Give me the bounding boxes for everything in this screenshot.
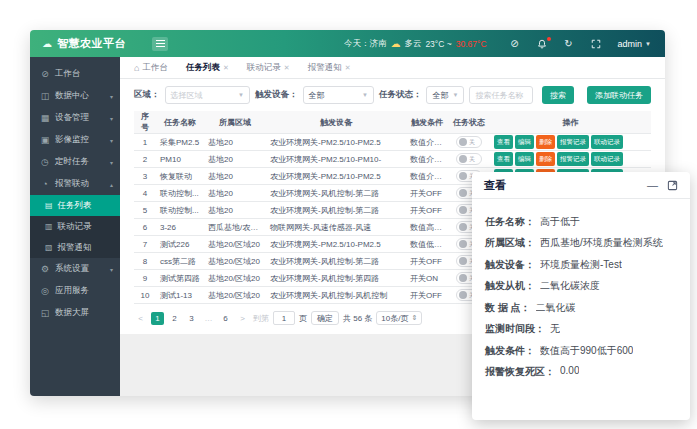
cell-task-status: 关: [448, 151, 490, 168]
page-button-6[interactable]: 6: [219, 312, 232, 325]
close-icon[interactable]: ✕: [223, 64, 229, 72]
cell-trigger-condition: 数值介于...: [406, 168, 448, 185]
region-select[interactable]: 选择区域 ▼: [165, 86, 251, 104]
tab-alarm-notice[interactable]: 报警通知✕: [308, 62, 351, 74]
cell-task-name: 测试226: [156, 236, 204, 253]
minimize-icon[interactable]: —: [647, 180, 658, 191]
region-filter-label: 区域：: [134, 89, 160, 101]
close-icon[interactable]: ✕: [284, 64, 290, 72]
view-button[interactable]: 查看: [494, 152, 513, 166]
sidebar-item-scheduled-tasks[interactable]: ◷定时任务▾: [30, 151, 120, 173]
linkage-record-button[interactable]: 联动记录: [591, 135, 623, 149]
menu-collapse-button[interactable]: [152, 37, 168, 51]
edit-button[interactable]: 编辑: [515, 135, 534, 149]
page-button-1[interactable]: 1: [151, 312, 164, 325]
sidebar-subitem-alarm-notifications[interactable]: ▧报警通知: [30, 237, 120, 258]
toggle-knob-icon: [459, 257, 467, 265]
field-label: 触发从机：: [485, 279, 535, 293]
close-icon[interactable]: ✕: [345, 64, 351, 72]
modal-title: 查看: [484, 178, 506, 193]
fullscreen-icon[interactable]: [590, 38, 602, 50]
sidebar-item-device-management[interactable]: ▦设备管理▾: [30, 107, 120, 129]
refresh-icon[interactable]: ↻: [563, 38, 575, 50]
cell-trigger-device: 农业环境网关-风机控制-第二路: [266, 253, 406, 270]
toggle-state-label: 关: [469, 138, 475, 147]
alarm-record-button[interactable]: 报警记录: [557, 135, 589, 149]
sidebar-item-alarm-linkage[interactable]: ◔报警联动▴: [30, 173, 120, 195]
help-icon[interactable]: ⊘: [509, 38, 521, 50]
status-filter-label: 任务状态：: [379, 89, 422, 101]
cloud-logo-icon: ☁: [42, 38, 52, 49]
next-page-button[interactable]: >: [236, 312, 249, 325]
cell-trigger-device: 物联网网关-风速传感器-风速: [266, 219, 406, 236]
page-size-select[interactable]: 10条/页 ⇕: [376, 311, 422, 325]
sidebar-subitem-linkage-records[interactable]: ▥联动记录: [30, 216, 120, 237]
goto-page-input[interactable]: 1: [273, 311, 295, 325]
prev-page-button[interactable]: <: [134, 312, 147, 325]
sidebar-item-label: 影像监控: [55, 134, 89, 146]
task-status-select[interactable]: 全部 ▼: [426, 86, 464, 104]
page-button-3[interactable]: 3: [185, 312, 198, 325]
sidebar-item-video-monitor[interactable]: ▣影像监控▾: [30, 129, 120, 151]
toggle-knob-icon: [459, 223, 467, 231]
view-button[interactable]: 查看: [494, 135, 513, 149]
list-icon: ▤: [45, 201, 53, 210]
status-toggle[interactable]: 关: [456, 153, 482, 165]
status-toggle[interactable]: 关: [456, 136, 482, 148]
tab-task-list[interactable]: 任务列表✕: [186, 62, 229, 74]
cell-task-name: 联动控制...: [156, 202, 204, 219]
sidebar-subitem-task-list[interactable]: ▤任务列表: [30, 195, 120, 216]
chevron-down-icon: ▼: [362, 92, 368, 98]
toggle-knob-icon: [459, 240, 467, 248]
sidebar-item-workbench[interactable]: ⊘工作台: [30, 63, 120, 85]
cell-index: 5: [134, 202, 156, 219]
username: admin: [618, 39, 643, 49]
delete-button[interactable]: 删除: [536, 152, 555, 166]
cell-task-name: 联动控制...: [156, 185, 204, 202]
modal-field: 触发从机：二氧化碳浓度: [485, 279, 677, 293]
tab-workbench[interactable]: ⌂工作台: [134, 62, 168, 74]
expand-icon[interactable]: [667, 180, 678, 191]
alarm-icon: ◔: [40, 179, 50, 189]
sidebar-item-data-screen[interactable]: ◱数据大屏: [30, 302, 120, 324]
task-name-search-input[interactable]: 搜索任务名称: [469, 86, 533, 104]
cell-region: 基地20/区域20: [204, 236, 266, 253]
trigger-device-select[interactable]: 全部 ▼: [303, 86, 374, 104]
user-menu[interactable]: admin ▼: [618, 39, 651, 49]
cell-trigger-device: 农业环境网关-风机控制-第二路: [266, 202, 406, 219]
sidebar-subitem-label: 联动记录: [58, 221, 92, 233]
sidebar-item-system-settings[interactable]: ⚙系统设置▾: [30, 258, 120, 280]
notification-bell-icon[interactable]: [536, 38, 548, 50]
cell-index: 2: [134, 151, 156, 168]
add-linkage-task-button[interactable]: 添加联动任务: [587, 86, 651, 104]
sidebar-subitem-label: 任务列表: [58, 200, 92, 212]
goto-confirm-button[interactable]: 确定: [311, 311, 339, 325]
delete-button[interactable]: 删除: [536, 135, 555, 149]
edit-button[interactable]: 编辑: [515, 152, 534, 166]
device-selected-value: 全部: [309, 90, 325, 101]
modal-field: 报警恢复死区：0.00: [485, 365, 677, 379]
alarm-record-button[interactable]: 报警记录: [557, 152, 589, 166]
page-ellipsis: …: [202, 312, 215, 325]
sidebar-item-label: 工作台: [55, 68, 81, 80]
sidebar-item-data-center[interactable]: ◫数据中心▾: [30, 85, 120, 107]
sidebar-item-app-service[interactable]: ◎应用服务: [30, 280, 120, 302]
cell-region: 基地20/区域20: [204, 270, 266, 287]
page-button-2[interactable]: 2: [168, 312, 181, 325]
cell-trigger-device: 农业环境网关-PM2.5/10-PM2.5: [266, 168, 406, 185]
column-header: 所属区域: [204, 111, 266, 134]
tab-linkage-records[interactable]: 联动记录✕: [247, 62, 290, 74]
cell-trigger-condition: 开关ON: [406, 270, 448, 287]
tab-label: 联动记录: [247, 62, 281, 74]
cell-task-status: 关: [448, 134, 490, 151]
field-value: 二氧化碳: [536, 301, 576, 315]
cell-trigger-condition: 开关OFF: [406, 202, 448, 219]
cell-region: 基地20: [204, 185, 266, 202]
linkage-record-button[interactable]: 联动记录: [591, 152, 623, 166]
chevron-icon: ▾: [110, 137, 113, 144]
notice-icon: ▧: [45, 243, 53, 252]
cell-trigger-device: 农业环境网关-风机控制-第四路: [266, 270, 406, 287]
chevron-icon: ▾: [110, 159, 113, 166]
search-button[interactable]: 搜索: [542, 86, 574, 104]
field-value: 无: [550, 322, 560, 336]
